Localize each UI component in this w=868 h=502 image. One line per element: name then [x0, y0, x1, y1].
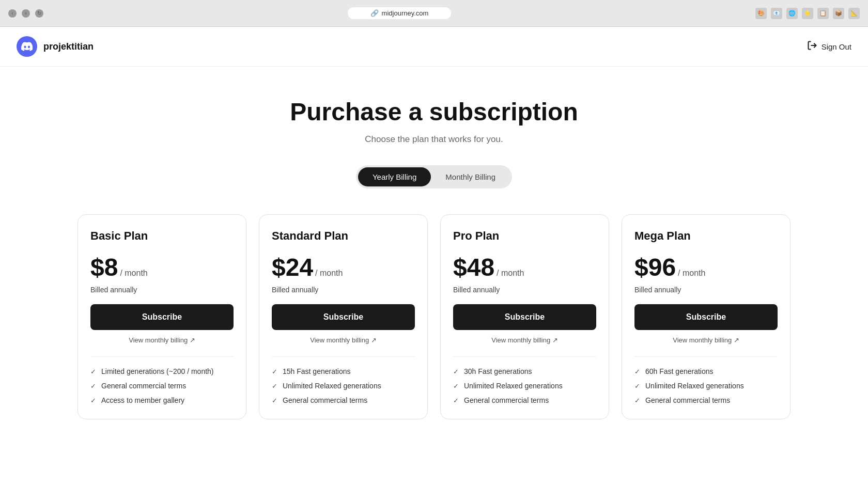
view-billing-standard[interactable]: View monthly billing ↗ [272, 336, 415, 344]
plan-price-row-pro: $48 / month [453, 253, 596, 281]
plan-card-mega: Mega Plan $96 / month Billed annually Su… [622, 214, 791, 419]
plan-price-standard: $24 [272, 253, 313, 281]
browser-forward-btn[interactable]: › [22, 9, 30, 18]
sign-out-label: Sign Out [822, 42, 851, 51]
feature-text: Unlimited Relaxed generations [283, 382, 381, 390]
plan-period-basic: / month [120, 269, 147, 278]
feature-text: Limited generations (~200 / month) [101, 367, 214, 375]
divider-pro [453, 356, 596, 357]
ext-6[interactable]: 📦 [833, 8, 844, 19]
plan-name-standard: Standard Plan [272, 229, 415, 243]
feature-item: ✓ Unlimited Relaxed generations [453, 382, 596, 390]
feature-text: Unlimited Relaxed generations [464, 382, 563, 390]
divider-mega [634, 356, 778, 357]
plan-price-basic: $8 [90, 253, 118, 281]
plan-billed-pro: Billed annually [453, 286, 596, 294]
plan-name-pro: Pro Plan [453, 229, 596, 243]
features-list-standard: ✓ 15h Fast generations ✓ Unlimited Relax… [272, 367, 415, 404]
feature-text: 15h Fast generations [283, 367, 351, 375]
ext-2[interactable]: 📧 [771, 8, 782, 19]
ext-4[interactable]: ⭐ [802, 8, 813, 19]
app-name: projektitian [43, 41, 94, 52]
ext-3[interactable]: 🌐 [786, 8, 798, 19]
feature-text: Unlimited Relaxed generations [645, 382, 744, 390]
ext-5[interactable]: 📋 [817, 8, 829, 19]
check-icon: ✓ [90, 382, 96, 390]
feature-item: ✓ Limited generations (~200 / month) [90, 367, 234, 375]
plan-price-row-basic: $8 / month [90, 253, 234, 281]
plan-price-mega: $96 [634, 253, 676, 281]
check-icon: ✓ [453, 382, 459, 390]
browser-refresh-btn[interactable]: ↻ [35, 9, 43, 18]
feature-text: General commercial terms [283, 396, 367, 404]
check-icon: ✓ [90, 368, 96, 375]
view-billing-pro[interactable]: View monthly billing ↗ [453, 336, 596, 344]
page-subtitle: Choose the plan that works for you. [365, 134, 503, 145]
features-list-pro: ✓ 30h Fast generations ✓ Unlimited Relax… [453, 367, 596, 404]
feature-item: ✓ General commercial terms [272, 396, 415, 404]
plan-price-row-mega: $96 / month [634, 253, 778, 281]
plans-grid: Basic Plan $8 / month Billed annually Su… [78, 214, 791, 419]
plan-card-pro: Pro Plan $48 / month Billed annually Sub… [440, 214, 609, 419]
browser-back-btn[interactable]: ‹ [8, 9, 17, 18]
check-icon: ✓ [453, 368, 459, 375]
features-list-basic: ✓ Limited generations (~200 / month) ✓ G… [90, 367, 234, 404]
feature-item: ✓ Unlimited Relaxed generations [634, 382, 778, 390]
page-title: Purchase a subscription [290, 98, 578, 126]
check-icon: ✓ [634, 368, 640, 375]
feature-text: General commercial terms [645, 396, 730, 404]
app-wrapper: projektitian Sign Out Purchase a subscri… [0, 27, 868, 502]
check-icon: ✓ [90, 397, 96, 404]
main-content: Purchase a subscription Choose the plan … [0, 67, 868, 440]
monthly-billing-button[interactable]: Monthly Billing [431, 167, 510, 186]
check-icon: ✓ [453, 397, 459, 404]
plan-card-basic: Basic Plan $8 / month Billed annually Su… [78, 214, 246, 419]
url-display: 🔗 midjourney.com [348, 7, 451, 19]
plan-card-standard: Standard Plan $24 / month Billed annuall… [259, 214, 428, 419]
yearly-billing-button[interactable]: Yearly Billing [358, 167, 431, 186]
url-text: midjourney.com [382, 9, 429, 17]
navbar: projektitian Sign Out [0, 27, 868, 67]
feature-item: ✓ 60h Fast generations [634, 367, 778, 375]
check-icon: ✓ [272, 397, 277, 404]
feature-text: Access to member gallery [101, 396, 184, 404]
plan-period-pro: / month [497, 269, 524, 278]
check-icon: ✓ [634, 382, 640, 390]
plan-name-mega: Mega Plan [634, 229, 778, 243]
subscribe-button-standard[interactable]: Subscribe [272, 304, 415, 330]
ext-1[interactable]: 🎨 [755, 8, 767, 19]
ext-7[interactable]: 📐 [848, 8, 860, 19]
feature-text: 30h Fast generations [464, 367, 532, 375]
feature-item: ✓ General commercial terms [90, 382, 234, 390]
divider-basic [90, 356, 234, 357]
check-icon: ✓ [272, 382, 277, 390]
plan-price-pro: $48 [453, 253, 494, 281]
subscribe-button-basic[interactable]: Subscribe [90, 304, 234, 330]
divider-standard [272, 356, 415, 357]
subscribe-button-pro[interactable]: Subscribe [453, 304, 596, 330]
feature-item: ✓ General commercial terms [634, 396, 778, 404]
sign-out-button[interactable]: Sign Out [807, 40, 851, 53]
check-icon: ✓ [272, 368, 277, 375]
plan-billed-standard: Billed annually [272, 286, 415, 294]
feature-text: General commercial terms [464, 396, 549, 404]
browser-extensions: 🎨 📧 🌐 ⭐ 📋 📦 📐 [755, 8, 860, 19]
plan-price-row-standard: $24 / month [272, 253, 415, 281]
view-billing-mega[interactable]: View monthly billing ↗ [634, 336, 778, 344]
sign-out-icon [807, 40, 817, 53]
plan-name-basic: Basic Plan [90, 229, 234, 243]
feature-item: ✓ Access to member gallery [90, 396, 234, 404]
subscribe-button-mega[interactable]: Subscribe [634, 304, 778, 330]
view-billing-basic[interactable]: View monthly billing ↗ [90, 336, 234, 344]
feature-item: ✓ Unlimited Relaxed generations [272, 382, 415, 390]
app-logo-icon [17, 36, 37, 57]
features-list-mega: ✓ 60h Fast generations ✓ Unlimited Relax… [634, 367, 778, 404]
url-icon: 🔗 [370, 9, 379, 17]
feature-text: General commercial terms [101, 382, 186, 390]
browser-chrome: ‹ › ↻ 🔗 midjourney.com 🎨 📧 🌐 ⭐ 📋 📦 📐 [0, 0, 868, 27]
check-icon: ✓ [634, 397, 640, 404]
plan-billed-basic: Billed annually [90, 286, 234, 294]
feature-item: ✓ 15h Fast generations [272, 367, 415, 375]
address-bar: 🔗 midjourney.com [50, 7, 749, 19]
feature-item: ✓ General commercial terms [453, 396, 596, 404]
